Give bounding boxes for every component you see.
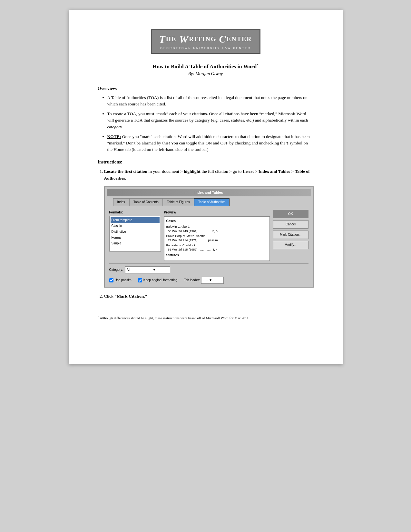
step2-bold: "Mark Citation." — [114, 294, 147, 299]
logo-box: T HE W RITING C ENTER GEORGETOWN UNIVERS… — [151, 29, 260, 54]
category-label: Category: — [109, 267, 123, 272]
logo-drop-w: W — [179, 34, 189, 44]
note-label: NOTE: — [107, 134, 121, 139]
step1-text2: the full citation > go to — [201, 169, 243, 174]
step1-text1: in your document > — [148, 169, 184, 174]
category-select[interactable]: All ▼ — [125, 266, 170, 273]
dialog-category-row: Category: All ▼ — [107, 265, 311, 275]
keep-formatting-checkbox[interactable] — [138, 278, 142, 282]
logo-he: HE — [166, 35, 177, 43]
overview-heading: Overview: — [98, 86, 314, 91]
overview-bullets: A Table of Authorities (TOA) is a list o… — [107, 94, 314, 153]
step-1: Locate the first citation in your docume… — [104, 168, 314, 288]
dialog-tabs: Index Table of Contents Table of Figures… — [107, 198, 311, 206]
modify-button[interactable]: Modify... — [273, 241, 308, 249]
preview-box: Cases Baldwin v. Alberti, 58 Wn. 2d 243 … — [164, 216, 270, 261]
dialog-preview-panel: Preview Cases Baldwin v. Alberti, 58 Wn.… — [164, 210, 270, 261]
step1-text3: > — [255, 169, 259, 174]
tab-leader-select[interactable]: ...... ▼ — [201, 277, 224, 284]
dialog-titlebar: Index and Tables — [107, 189, 311, 197]
logo-title: T HE W RITING C ENTER — [158, 33, 253, 45]
tab-figures[interactable]: Table of Figures — [163, 198, 194, 206]
preview-entry-2: Bravo Corp. v. Metro. Seattle, 79 Wn. 2d… — [166, 234, 268, 242]
dialog-separator — [109, 263, 308, 264]
tab-leader-label: Tab leader: — [184, 278, 200, 283]
step1-insert: Insert — [243, 169, 254, 174]
logo-drop-c: C — [219, 33, 227, 45]
bullet-2: To create a TOA, you must “mark” each of… — [107, 111, 314, 130]
document-page: T HE W RITING C ENTER GEORGETOWN UNIVERS… — [69, 10, 343, 364]
ok-button[interactable]: OK — [273, 210, 308, 218]
preview-cases-heading: Cases — [166, 219, 268, 224]
format-formal[interactable]: Formal — [111, 235, 160, 241]
footnote: * Although differences should be slight,… — [98, 315, 314, 320]
keep-formatting-label: Keep original formatting — [143, 278, 178, 283]
bullet-1: A Table of Authorities (TOA) is a list o… — [107, 94, 314, 108]
step1-index-and: Index and Tables — [259, 169, 290, 174]
dialog-screenshot: Index and Tables Index Table of Contents… — [104, 186, 314, 288]
overview-section: Overview: A Table of Authorities (TOA) i… — [98, 86, 314, 153]
title-text: How to Build A Table of Authorities in W… — [152, 64, 258, 70]
keep-formatting-row: Keep original formatting — [138, 278, 178, 283]
instructions-heading: Instructions: — [98, 160, 314, 165]
format-from-template[interactable]: From template — [111, 217, 160, 223]
preview-label: Preview — [164, 210, 270, 215]
footnote-text: Although differences should be slight, t… — [100, 316, 250, 320]
step1-locate: Locate the first citation — [104, 169, 148, 174]
format-distinctive[interactable]: Distinctive — [111, 229, 160, 235]
tab-index[interactable]: Index — [113, 198, 129, 206]
tab-leader-row: Tab leader: ...... ▼ — [184, 277, 223, 284]
dialog-bottom: Use passim Keep original formatting Tab … — [107, 275, 311, 285]
formats-listbox[interactable]: From template Classic Distinctive Formal… — [109, 216, 161, 251]
formats-label: Formats: — [109, 210, 161, 215]
footnote-symbol: * — [98, 315, 99, 318]
cancel-button[interactable]: Cancel — [273, 220, 308, 229]
preview-entry-3: Forrester v. Craddock, 51 Wn. 2d 315 (19… — [166, 243, 268, 252]
preview-entry-1: Baldwin v. Alberti, 58 Wn. 2d 243 (1961)… — [166, 224, 268, 233]
use-passim-checkbox[interactable] — [109, 278, 113, 282]
footnote-divider — [98, 313, 162, 313]
document-author: By: Morgan Otway — [98, 71, 314, 76]
logo-subtitle: GEORGETOWN UNIVERSITY LAW CENTER — [158, 46, 253, 50]
format-simple[interactable]: Simple — [111, 241, 160, 246]
logo-drop-t: T — [159, 34, 166, 44]
dialog-buttons-panel: OK Cancel Mark Citation... Modify... — [273, 210, 308, 261]
tab-toa[interactable]: Table of Authorities — [194, 198, 230, 206]
step1-text4: > — [291, 169, 295, 174]
format-classic[interactable]: Classic — [111, 223, 160, 229]
step1-highlight: highlight — [184, 169, 201, 174]
dialog-formats-panel: Formats: From template Classic Distincti… — [109, 210, 161, 261]
step-2: Click "Mark Citation." — [104, 293, 314, 300]
instructions-section: Instructions: Locate the first citation … — [98, 160, 314, 300]
logo-enter: ENTER — [227, 35, 252, 43]
use-passim-label: Use passim — [115, 278, 132, 283]
bullet-3: NOTE: Once you "mark" each citation, Wor… — [107, 133, 314, 153]
use-passim-row: Use passim — [109, 278, 132, 283]
step2-text: Click "Mark Citation." — [104, 294, 148, 299]
steps-list: Locate the first citation in your docume… — [104, 168, 314, 300]
document-title: How to Build A Table of Authorities in W… — [98, 63, 314, 70]
tab-toc[interactable]: Table of Contents — [129, 198, 163, 206]
dialog-body: Formats: From template Classic Distincti… — [107, 209, 311, 262]
logo-riting: RITING — [189, 35, 216, 43]
preview-statutes-heading: Statutes — [166, 253, 268, 258]
logo-container: T HE W RITING C ENTER GEORGETOWN UNIVERS… — [98, 29, 314, 54]
mark-citation-button[interactable]: Mark Citation... — [273, 231, 308, 239]
